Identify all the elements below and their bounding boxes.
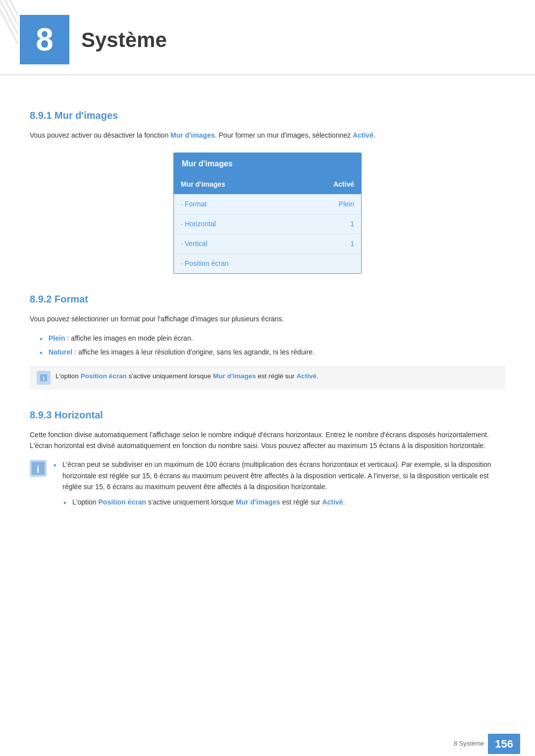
bullet-naturel: Naturel : affiche les images à leur réso…	[40, 347, 505, 357]
menu-value-mur: Activé	[333, 179, 354, 190]
menu-item-position-ecran[interactable]: · Position écran	[174, 254, 361, 273]
svg-text:i: i	[37, 464, 40, 475]
chapter-title: Système	[81, 24, 167, 55]
menu-item-mur[interactable]: Mur d'images Activé	[174, 175, 361, 195]
menu-label-format: · Format	[181, 199, 207, 209]
section-893-title: 8.9.3 Horizontal	[30, 407, 505, 422]
note-text-1: L'option Position écran s'active uniquem…	[55, 371, 319, 382]
menu-value-format: Plein	[339, 199, 354, 209]
note-bullet-list: L'écran peut se subdiviser en un maximum…	[54, 459, 505, 507]
menu-value-horizontal: 1	[350, 219, 354, 229]
note-bullet-main: L'écran peut se subdiviser en un maximum…	[54, 459, 505, 492]
menu-box-container: Mur d'images Mur d'images Activé · Forma…	[30, 152, 505, 274]
footer-content: 8 Système 156	[454, 734, 520, 754]
menu-item-vertical[interactable]: · Vertical 1	[174, 234, 361, 254]
note-bullet-sub: L'option Position écran s'active uniquem…	[63, 497, 505, 507]
bold-active-1: Activé	[353, 131, 374, 139]
section-891-title: 8.9.1 Mur d'images	[30, 108, 505, 123]
section-893-intro: Cette fonction divise automatiquement l'…	[30, 429, 505, 452]
footer-page-number: 156	[488, 734, 520, 754]
bullet-plein: Plein : affiche les images en mode plein…	[40, 333, 505, 344]
bold-active-note2: Activé	[322, 498, 343, 506]
bold-mur-images-note2: Mur d'images	[236, 498, 280, 506]
menu-box: Mur d'images Mur d'images Activé · Forma…	[173, 152, 362, 274]
menu-label-mur: Mur d'images	[181, 179, 225, 190]
bold-position-ecran-note2: Position écran	[99, 498, 146, 506]
section-892-bullets: Plein : affiche les images en mode plein…	[40, 333, 505, 358]
section-892-note: i L'option Position écran s'active uniqu…	[30, 366, 505, 390]
chapter-number: 8	[20, 15, 69, 64]
menu-label-horizontal: · Horizontal	[181, 219, 216, 229]
footer-text: 8 Système	[454, 739, 484, 749]
menu-item-horizontal[interactable]: · Horizontal 1	[174, 214, 361, 234]
bold-mur-images-note1: Mur d'images	[213, 372, 256, 380]
page-header: 8 Système	[0, 0, 535, 75]
menu-box-title: Mur d'images	[174, 153, 361, 175]
nested-bullets: L'écran peut se subdiviser en un maximum…	[54, 459, 505, 511]
section-891-intro: Vous pouvez activer ou désactiver la fon…	[30, 130, 505, 141]
bold-active-note1: Activé	[296, 372, 317, 380]
note-icon-2: i	[30, 460, 47, 477]
menu-label-position-ecran: · Position écran	[181, 258, 229, 269]
menu-value-vertical: 1	[350, 239, 354, 249]
section-892-intro: Vous pouvez sélectionner un format pour …	[30, 313, 505, 324]
bold-plein: Plein	[49, 334, 65, 342]
header-decoration	[0, 0, 18, 57]
menu-label-vertical: · Vertical	[181, 239, 208, 249]
bold-position-ecran-note1: Position écran	[81, 372, 127, 380]
section-893-note-box: i L'écran peut se subdiviser en un maxim…	[30, 459, 505, 511]
main-content: 8.9.1 Mur d'images Vous pouvez activer o…	[0, 80, 535, 561]
page-footer: 8 Système 156	[0, 731, 535, 756]
section-892-title: 8.9.2 Format	[30, 292, 505, 306]
bold-mur-images-1: Mur d'images	[170, 131, 215, 139]
svg-text:i: i	[43, 375, 44, 381]
note-icon-1: i	[37, 371, 51, 385]
menu-item-format[interactable]: · Format Plein	[174, 195, 361, 214]
bold-naturel: Naturel	[49, 348, 72, 356]
